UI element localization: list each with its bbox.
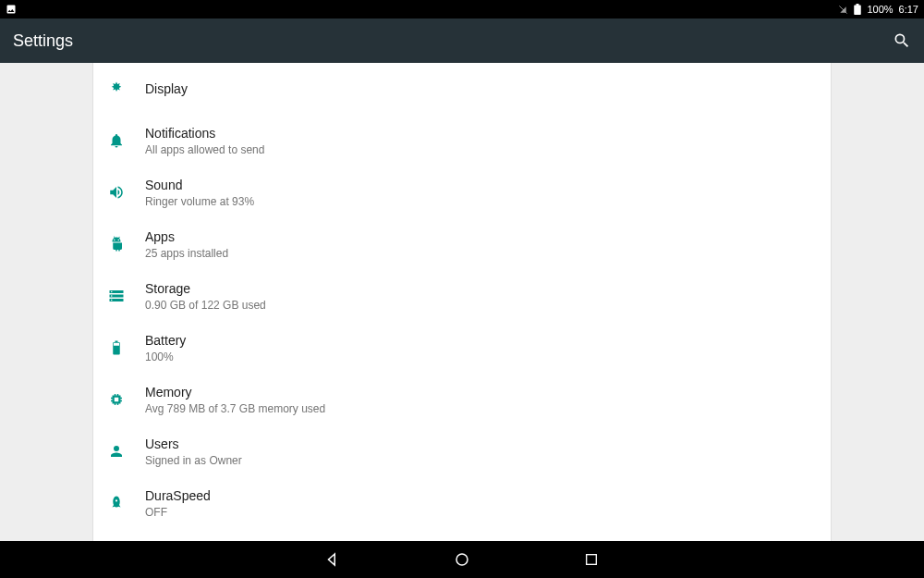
- recents-button[interactable]: [582, 550, 601, 569]
- image-icon: [6, 4, 17, 15]
- clock: 6:17: [899, 4, 918, 15]
- svg-point-2: [111, 291, 113, 293]
- settings-item-duraspeed[interactable]: DuraSpeed OFF: [93, 477, 831, 529]
- item-subtitle: Signed in as Owner: [145, 454, 242, 467]
- page-title: Settings: [13, 31, 73, 51]
- item-subtitle: 0.90 GB of 122 GB used: [145, 299, 266, 312]
- search-icon: [893, 31, 911, 50]
- svg-rect-5: [114, 343, 119, 346]
- item-title: Battery: [145, 332, 186, 349]
- settings-item-notifications[interactable]: Notifications All apps allowed to send: [93, 115, 831, 166]
- settings-item-memory[interactable]: Memory Avg 789 MB of 3.7 GB memory used: [93, 374, 831, 425]
- recents-icon: [584, 552, 599, 567]
- svg-point-3: [111, 295, 113, 297]
- settings-item-sound[interactable]: Sound Ringer volume at 93%: [93, 166, 831, 218]
- item-title: Memory: [145, 384, 325, 400]
- android-icon: [108, 236, 125, 252]
- home-icon: [454, 551, 470, 568]
- item-subtitle: 25 apps installed: [145, 247, 228, 260]
- item-title: Sound: [145, 177, 254, 193]
- item-title: Notifications: [145, 125, 264, 141]
- battery-icon: [854, 4, 861, 15]
- storage-icon: [108, 288, 125, 304]
- item-subtitle: All apps allowed to send: [145, 143, 264, 156]
- item-title: Apps: [145, 228, 228, 245]
- svg-rect-7: [587, 555, 597, 565]
- display-icon: [108, 80, 125, 97]
- content-area: Display Notifications All apps allowed t…: [0, 63, 924, 541]
- back-icon: [324, 551, 341, 568]
- settings-list: Display Notifications All apps allowed t…: [92, 63, 832, 541]
- svg-point-6: [456, 554, 468, 565]
- item-subtitle: Ringer volume at 93%: [145, 195, 254, 208]
- battery-percent: 100%: [867, 4, 893, 15]
- app-bar: Settings: [0, 18, 924, 63]
- item-title: Display: [145, 80, 188, 97]
- back-button[interactable]: [323, 550, 342, 569]
- memory-icon: [108, 391, 125, 408]
- volume-icon: [108, 184, 125, 201]
- item-subtitle: Avg 789 MB of 3.7 GB memory used: [145, 402, 325, 415]
- item-subtitle: 100%: [145, 350, 186, 363]
- settings-item-storage[interactable]: Storage 0.90 GB of 122 GB used: [93, 270, 831, 322]
- navigation-bar: [0, 541, 924, 578]
- home-button[interactable]: [453, 550, 471, 569]
- search-button[interactable]: [893, 31, 911, 50]
- rocket-icon: [108, 495, 125, 511]
- no-sim-icon: [838, 5, 848, 15]
- person-icon: [108, 443, 125, 460]
- item-subtitle: OFF: [145, 506, 211, 519]
- settings-item-users[interactable]: Users Signed in as Owner: [93, 425, 831, 477]
- svg-point-4: [111, 300, 113, 301]
- settings-item-apps[interactable]: Apps 25 apps installed: [93, 218, 831, 270]
- item-title: Users: [145, 436, 242, 452]
- svg-point-1: [118, 240, 120, 241]
- status-bar: 100% 6:17: [0, 0, 924, 18]
- settings-item-battery[interactable]: Battery 100%: [93, 322, 831, 374]
- battery-icon: [108, 339, 125, 356]
- item-title: Storage: [145, 280, 266, 297]
- bell-icon: [108, 132, 125, 149]
- svg-point-0: [114, 240, 116, 241]
- item-title: DuraSpeed: [145, 487, 211, 504]
- settings-item-display[interactable]: Display: [93, 63, 831, 115]
